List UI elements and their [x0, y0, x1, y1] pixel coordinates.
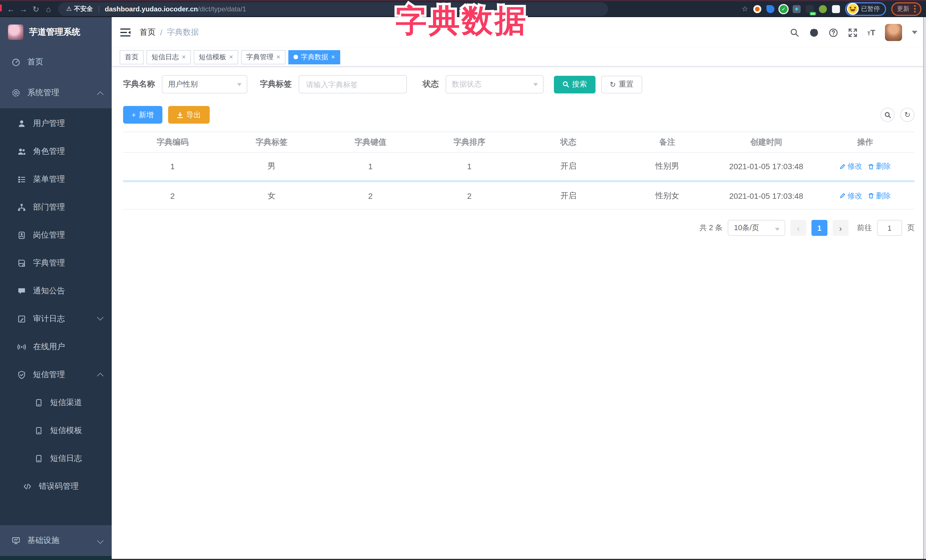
- dict-tag-input[interactable]: [305, 80, 401, 89]
- toolbar: + 新增 导出 ↻: [123, 106, 915, 124]
- browser-forward-icon[interactable]: →: [17, 4, 30, 14]
- screen: ← → ↻ ⌂ ⚠不安全 dashboard.yudao.iocoder.cn/…: [0, 0, 926, 560]
- next-page-button[interactable]: ›: [832, 220, 849, 236]
- page-unit-label: 页: [907, 223, 915, 233]
- sidebar-item-user-mgmt[interactable]: 用户管理: [0, 109, 112, 137]
- extension-icon-puzzle[interactable]: [832, 5, 840, 13]
- close-icon[interactable]: ×: [229, 54, 233, 60]
- sidebar-item-post-mgmt[interactable]: 岗位管理: [0, 221, 112, 249]
- sidebar-top-section: 芋道管理系统 首页 系统管理: [0, 17, 112, 108]
- divider: [98, 5, 99, 12]
- extension-icon-on-badge[interactable]: on: [806, 5, 814, 13]
- extension-icon-green-check[interactable]: ✓: [779, 5, 788, 13]
- active-dot-icon: [294, 55, 298, 59]
- sidebar-item-online-users[interactable]: 在线用户: [0, 333, 112, 361]
- sidebar-item-sms-mgmt[interactable]: 短信管理: [0, 361, 112, 388]
- log-edit-icon: [17, 314, 26, 323]
- delete-link[interactable]: 删除: [868, 190, 891, 201]
- dict-tag-input-wrap: [299, 75, 407, 94]
- sidebar-item-sms-log[interactable]: 短信日志: [0, 444, 112, 472]
- download-icon: [176, 112, 183, 118]
- tab-home[interactable]: 首页: [120, 50, 144, 64]
- browser-scrollbar[interactable]: [923, 17, 926, 560]
- user-avatar[interactable]: [885, 24, 902, 41]
- sidebar-item-sms-channel[interactable]: 短信渠道: [0, 388, 112, 417]
- table-row[interactable]: 2 女 2 2 开启 性别女 2021-01-05 17:03:48 修改 删除: [123, 182, 915, 210]
- edit-link[interactable]: 修改: [840, 190, 862, 201]
- extension-icon-blue-gem[interactable]: [766, 5, 775, 13]
- browser-reload-icon[interactable]: ↻: [30, 4, 42, 14]
- tab-dict-data[interactable]: 字典数据 ×: [288, 50, 340, 64]
- user-menu-caret-icon[interactable]: [912, 31, 917, 34]
- current-page[interactable]: 1: [811, 220, 828, 236]
- phone-icon: [34, 426, 43, 435]
- tab-dict-mgmt[interactable]: 字典管理 ×: [241, 50, 286, 64]
- menu-list-icon: [17, 175, 26, 184]
- close-icon[interactable]: ×: [331, 54, 335, 60]
- refresh-icon: ↻: [610, 80, 616, 89]
- status-select[interactable]: 数据状态: [446, 75, 544, 94]
- delete-link[interactable]: 删除: [868, 161, 891, 172]
- browser-update-button[interactable]: 更新: [891, 2, 921, 16]
- goto-page-input[interactable]: [877, 220, 902, 236]
- github-icon[interactable]: [809, 28, 819, 37]
- annotation-tick: [0, 5, 2, 11]
- reset-button[interactable]: ↻ 重置: [601, 75, 642, 93]
- users-icon: [17, 147, 26, 156]
- sidebar-item-notice[interactable]: 通知公告: [0, 277, 112, 305]
- add-button[interactable]: + 新增: [123, 106, 162, 124]
- extension-icon-green[interactable]: [819, 5, 827, 13]
- tab-sms-log[interactable]: 短信日志 ×: [147, 50, 191, 64]
- font-size-icon[interactable]: TT: [867, 28, 875, 37]
- profile-chip[interactable]: 已暂停: [845, 2, 886, 16]
- close-icon[interactable]: ×: [182, 54, 186, 60]
- sidebar-item-dict-mgmt[interactable]: 字典管理: [0, 249, 112, 277]
- extension-icon-gray-diamond[interactable]: ◆: [793, 5, 800, 13]
- gear-icon: [11, 88, 21, 97]
- bookmark-star-icon[interactable]: ☆: [741, 5, 748, 13]
- sidebar-item-system-mgmt[interactable]: 系统管理: [0, 77, 112, 108]
- window-bottom-edge: [0, 559, 926, 560]
- fullscreen-icon[interactable]: [848, 28, 858, 37]
- status-label: 状态: [423, 79, 439, 89]
- code-icon: [23, 482, 32, 491]
- refresh-table-button[interactable]: ↻: [900, 108, 915, 122]
- breadcrumb-home[interactable]: 首页: [139, 27, 156, 38]
- prev-page-button[interactable]: ‹: [790, 220, 806, 236]
- browser-home-icon[interactable]: ⌂: [42, 4, 55, 14]
- browser-back-icon[interactable]: ←: [5, 4, 17, 14]
- app-logo: [8, 24, 23, 39]
- help-icon[interactable]: [829, 28, 838, 37]
- search-icon[interactable]: [790, 28, 799, 37]
- edit-link[interactable]: 修改: [840, 161, 862, 172]
- chevron-down-icon: [533, 83, 538, 86]
- dict-name-select[interactable]: 用户性别: [162, 75, 247, 94]
- app-logo-row[interactable]: 芋道管理系统: [0, 17, 112, 47]
- sidebar-item-audit-log[interactable]: 审计日志: [0, 305, 112, 333]
- sidebar-item-sms-template[interactable]: 短信模板: [0, 417, 112, 444]
- dict-tag-label: 字典标签: [260, 79, 292, 89]
- security-warning[interactable]: ⚠不安全: [66, 5, 93, 13]
- url-path: /dict/type/data/1: [198, 5, 246, 13]
- search-icon: [884, 112, 891, 118]
- browser-menu-icon[interactable]: [914, 5, 916, 12]
- toggle-search-button[interactable]: [881, 108, 895, 122]
- phone-icon: [34, 398, 43, 407]
- trash-icon: [868, 163, 874, 169]
- sidebar-item-role-mgmt[interactable]: 角色管理: [0, 137, 112, 165]
- goto-label: 前往: [857, 223, 872, 233]
- sidebar-item-error-code-mgmt[interactable]: 错误码管理: [0, 472, 112, 500]
- search-button[interactable]: 搜索: [554, 75, 596, 93]
- sidebar-item-infrastructure[interactable]: 基础设施: [0, 525, 112, 556]
- page-size-select[interactable]: 10条/页: [728, 220, 785, 236]
- extension-icon-orange[interactable]: [754, 5, 761, 13]
- tab-sms-template[interactable]: 短信模板 ×: [194, 50, 238, 64]
- close-icon[interactable]: ×: [276, 54, 280, 60]
- app-title: 芋道管理系统: [29, 27, 80, 37]
- sidebar-item-home[interactable]: 首页: [0, 47, 112, 77]
- sidebar-item-menu-mgmt[interactable]: 菜单管理: [0, 165, 112, 193]
- table-row[interactable]: 1 男 1 1 开启 性别男 2021-01-05 17:03:48 修改 删除: [123, 152, 915, 180]
- export-button[interactable]: 导出: [168, 106, 209, 124]
- sidebar-collapse-icon[interactable]: [120, 29, 130, 36]
- sidebar-item-dept-mgmt[interactable]: 部门管理: [0, 193, 112, 221]
